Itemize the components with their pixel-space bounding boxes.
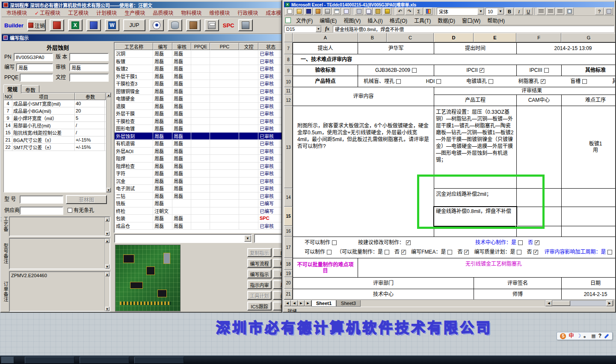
excel-export-button[interactable]: X — [68, 19, 83, 31]
cell-g9[interactable]: 其他标准 — [561, 65, 616, 76]
note-scrollbar[interactable]: ▲▼ — [104, 239, 110, 269]
process-row[interactable]: 板镀 周磊 周磊 已审核 — [115, 58, 281, 65]
align-left-icon[interactable] — [537, 8, 545, 15]
ime-chinese-icon[interactable]: 中 — [569, 332, 574, 340]
process-row[interactable]: 外层干膜 周磊 周磊 已审核 — [115, 110, 281, 118]
cut-icon[interactable] — [355, 8, 363, 15]
scroll-up-icon[interactable]: ▲ — [105, 239, 110, 243]
row-header[interactable]: 10 — [284, 76, 293, 87]
action-button-secondary[interactable]: 风险 — [273, 280, 282, 289]
scroll-down-icon[interactable]: ▼ — [105, 231, 110, 236]
cell-f12[interactable]: CAM中心 — [516, 95, 562, 106]
app-grid-button[interactable] — [50, 19, 64, 31]
excel-titlebar[interactable]: X Microsoft Excel - TEddc014000215-41(8V… — [284, 2, 614, 7]
note-scrollbar[interactable]: ▲▼ — [104, 272, 110, 311]
help-icon[interactable]: ? — [595, 8, 604, 15]
process-combo[interactable]: ▼ — [114, 234, 252, 243]
process-row[interactable]: 外层蚀刻 周磊 周磊 已审核 — [115, 133, 281, 140]
permission-icon[interactable] — [314, 8, 322, 15]
chevron-down-icon[interactable]: ▼ — [244, 235, 251, 242]
col-ppqe[interactable]: PPQE — [191, 43, 210, 50]
underline-button[interactable]: U — [524, 8, 533, 15]
taskbar-button[interactable] — [80, 357, 129, 364]
action-button-secondary[interactable]: 组合 — [273, 302, 282, 311]
cell-a10[interactable]: 产品特点 — [293, 76, 358, 87]
row-header[interactable]: 11 — [284, 87, 293, 95]
cell-d7[interactable]: 提出时间 — [434, 42, 517, 54]
ime-fullhalf-icon[interactable]: ☽ — [576, 332, 581, 340]
process-row[interactable]: 干膜检查 周磊 周磊 已审核 — [115, 118, 281, 125]
process-row[interactable]: 干膜检查3 周磊 周磊 已审核 — [115, 80, 281, 88]
cell-e21[interactable]: 师博 — [474, 289, 562, 299]
process-row[interactable]: 终检 汪朝文 已编写 — [115, 207, 281, 215]
action-button-secondary[interactable]: ECN — [273, 259, 282, 268]
process-row[interactable]: 有机退锡 周磊 周磊 已审核 — [115, 140, 281, 148]
copy-icon[interactable] — [364, 8, 373, 15]
menu-item[interactable]: 生产模块 — [121, 8, 149, 17]
save-icon[interactable] — [304, 8, 313, 15]
process-row[interactable]: 电子测试 周磊 周磊 已审核 — [115, 185, 281, 192]
excel-menu-item[interactable]: 数据(D) — [434, 15, 459, 25]
cell-e20[interactable]: 评审签名 — [474, 277, 562, 289]
row-header[interactable]: 13 — [284, 106, 293, 188]
menu-item[interactable]: 行政模块 — [234, 8, 262, 17]
cell-f7[interactable]: 2014-2-15 13:09 — [516, 42, 616, 54]
align-right-icon[interactable] — [556, 8, 564, 15]
checkbox-icon[interactable] — [436, 79, 441, 84]
cell-a11[interactable]: 评审内容 — [293, 87, 434, 106]
taskbar-button[interactable] — [25, 357, 74, 364]
col-status[interactable]: 状态 — [258, 43, 282, 50]
checkbox-icon[interactable] — [401, 250, 406, 255]
menu-item[interactable]: 市场模块 — [3, 8, 31, 17]
action-button[interactable]: 复制指示 — [247, 248, 272, 257]
row-header[interactable]: 15 — [284, 207, 293, 226]
checkbox-icon[interactable] — [480, 68, 484, 73]
row-header[interactable]: 19 — [284, 270, 293, 277]
cell-f13[interactable] — [516, 106, 562, 189]
note-scrollbar[interactable]: ▲▼ — [104, 217, 110, 236]
scroll-down-icon[interactable]: ▼ — [107, 188, 111, 192]
cell-d11[interactable]: 评审结果 — [434, 87, 616, 95]
cell-a21[interactable]: 技术中心 — [293, 289, 474, 299]
process-row[interactable]: 包装 周磊 周磊 SPC — [115, 215, 281, 222]
process-row[interactable]: 沉铜 周磊 周磊 已审核 — [115, 50, 281, 58]
last-sheet-icon[interactable]: ▶ — [305, 300, 311, 306]
ime-keyboard-icon[interactable]: ▦ — [591, 332, 595, 340]
excel-menu-item[interactable]: 文件(F) — [293, 15, 316, 25]
combo-side-field[interactable] — [254, 234, 282, 243]
excel-menu-item[interactable]: 格式(O) — [386, 15, 411, 25]
checkbox-icon[interactable] — [406, 240, 411, 245]
scroll-left-icon[interactable]: ◀ — [545, 300, 552, 306]
ime-logo-icon[interactable]: S — [560, 333, 566, 339]
model-field[interactable] — [20, 195, 63, 204]
cell-f15[interactable] — [516, 207, 562, 226]
font-size-combo[interactable]: 10▼ — [486, 8, 504, 15]
row-header[interactable]: 18 — [284, 258, 293, 270]
formula-input[interactable] — [333, 26, 614, 33]
process-row[interactable]: 电镀硬金 周磊 周磊 已审核 — [115, 95, 281, 103]
module-cube-button[interactable] — [86, 19, 101, 31]
cell-f16[interactable] — [516, 226, 562, 237]
cell-d14[interactable]: 沉金对应线路补偿2mil； — [434, 188, 517, 207]
cell-g21[interactable]: 2014-2-15 — [561, 289, 616, 299]
checkbox-icon[interactable] — [385, 250, 389, 255]
cell-f9[interactable]: IPCIII — [516, 65, 562, 76]
cell-a17[interactable]: 不可以制作按建议修改可制作： 技术中心制作：是否 可以制作（可以批量制作：是否编… — [293, 237, 616, 258]
tab-general[interactable]: 常规 — [3, 84, 21, 93]
checkbox-icon[interactable] — [518, 240, 523, 245]
pets-button[interactable] — [186, 19, 201, 31]
row-header[interactable]: 9 — [284, 65, 293, 76]
checkbox-icon[interactable] — [396, 79, 401, 84]
menu-item[interactable]: 品质模块 — [149, 8, 177, 17]
cell-d9[interactable]: IPCII — [434, 65, 517, 76]
cell-a20[interactable]: 评审部门 — [293, 277, 474, 289]
scrollbar-thumb[interactable] — [552, 301, 570, 306]
checkbox-icon[interactable] — [533, 250, 538, 255]
col-header-b[interactable]: B — [358, 33, 387, 42]
print-button[interactable] — [204, 19, 219, 31]
action-button-secondary[interactable]: ECN — [273, 269, 282, 278]
ppqe-field[interactable] — [20, 74, 53, 82]
database-button[interactable] — [168, 19, 182, 31]
row-header[interactable]: 14 — [284, 188, 293, 207]
process-row[interactable]: 阻焊检查 周磊 周磊 已审核 — [115, 163, 281, 170]
